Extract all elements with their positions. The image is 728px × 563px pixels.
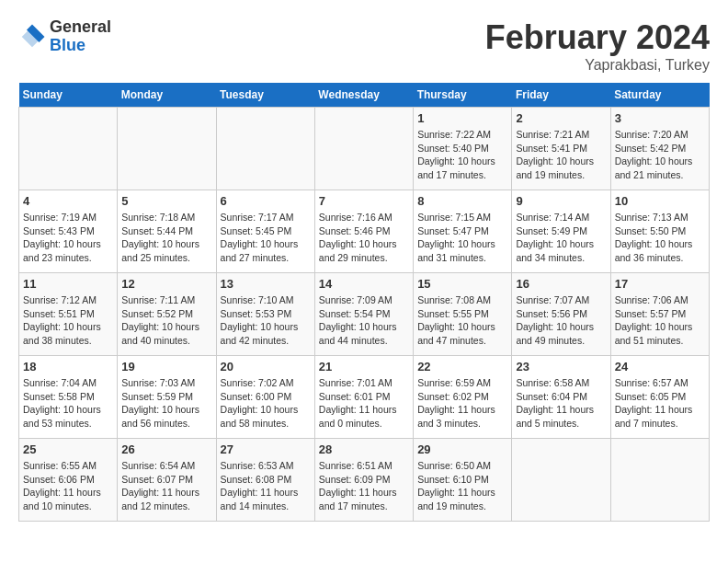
calendar-cell: 20Sunrise: 7:02 AMSunset: 6:00 PMDayligh… (216, 356, 314, 439)
header-day: Sunday (19, 83, 118, 108)
day-info: Sunrise: 7:07 AMSunset: 5:56 PMDaylight:… (516, 293, 606, 348)
day-number: 25 (23, 442, 113, 456)
day-number: 12 (121, 277, 211, 291)
main-title: February 2024 (485, 18, 710, 57)
calendar-cell: 1Sunrise: 7:22 AMSunset: 5:40 PMDaylight… (414, 108, 512, 190)
header-day: Friday (512, 83, 610, 108)
calendar-cell: 18Sunrise: 7:04 AMSunset: 5:58 PMDayligh… (19, 356, 118, 439)
day-number: 23 (516, 360, 606, 373)
calendar-cell: 2Sunrise: 7:21 AMSunset: 5:41 PMDaylight… (512, 108, 610, 190)
logo: General Blue (18, 18, 111, 55)
header-day: Tuesday (216, 83, 314, 108)
calendar-cell: 15Sunrise: 7:08 AMSunset: 5:55 PMDayligh… (414, 273, 512, 356)
day-number: 2 (516, 111, 606, 125)
calendar-cell: 13Sunrise: 7:10 AMSunset: 5:53 PMDayligh… (216, 273, 314, 356)
day-info: Sunrise: 7:13 AMSunset: 5:50 PMDaylight:… (615, 211, 705, 265)
day-number: 8 (417, 194, 507, 208)
calendar-cell: 7Sunrise: 7:16 AMSunset: 5:46 PMDaylight… (314, 190, 413, 273)
day-info: Sunrise: 7:11 AMSunset: 5:52 PMDaylight:… (121, 293, 211, 348)
day-number: 16 (516, 277, 606, 291)
calendar-cell: 19Sunrise: 7:03 AMSunset: 5:59 PMDayligh… (118, 356, 216, 439)
logo-general: General (50, 18, 111, 37)
calendar-cell: 22Sunrise: 6:59 AMSunset: 6:02 PMDayligh… (414, 356, 512, 439)
calendar-week-row: 25Sunrise: 6:55 AMSunset: 6:06 PMDayligh… (19, 439, 710, 522)
day-info: Sunrise: 6:58 AMSunset: 6:04 PMDaylight:… (516, 376, 606, 431)
day-info: Sunrise: 7:10 AMSunset: 5:53 PMDaylight:… (221, 293, 311, 348)
day-info: Sunrise: 7:14 AMSunset: 5:49 PMDaylight:… (516, 211, 606, 265)
day-info: Sunrise: 7:04 AMSunset: 5:58 PMDaylight:… (23, 376, 113, 431)
calendar-cell: 9Sunrise: 7:14 AMSunset: 5:49 PMDaylight… (512, 190, 610, 273)
day-number: 26 (121, 442, 211, 456)
day-info: Sunrise: 6:59 AMSunset: 6:02 PMDaylight:… (417, 376, 507, 431)
calendar-cell: 24Sunrise: 6:57 AMSunset: 6:05 PMDayligh… (610, 356, 709, 439)
calendar-cell (512, 439, 610, 522)
day-info: Sunrise: 7:02 AMSunset: 6:00 PMDaylight:… (221, 376, 311, 431)
day-info: Sunrise: 7:03 AMSunset: 5:59 PMDaylight:… (121, 376, 211, 431)
calendar-cell: 23Sunrise: 6:58 AMSunset: 6:04 PMDayligh… (512, 356, 610, 439)
day-info: Sunrise: 7:06 AMSunset: 5:57 PMDaylight:… (615, 293, 705, 348)
day-info: Sunrise: 7:20 AMSunset: 5:42 PMDaylight:… (615, 128, 705, 182)
day-number: 20 (221, 360, 311, 373)
day-info: Sunrise: 6:51 AMSunset: 6:09 PMDaylight:… (319, 459, 409, 513)
calendar-cell: 25Sunrise: 6:55 AMSunset: 6:06 PMDayligh… (19, 439, 118, 522)
calendar-week-row: 18Sunrise: 7:04 AMSunset: 5:58 PMDayligh… (19, 356, 710, 439)
day-info: Sunrise: 7:21 AMSunset: 5:41 PMDaylight:… (516, 128, 606, 182)
calendar-cell (314, 108, 413, 190)
day-number: 10 (615, 194, 705, 208)
calendar-cell: 27Sunrise: 6:53 AMSunset: 6:08 PMDayligh… (216, 439, 314, 522)
calendar-cell: 8Sunrise: 7:15 AMSunset: 5:47 PMDaylight… (414, 190, 512, 273)
calendar-cell: 17Sunrise: 7:06 AMSunset: 5:57 PMDayligh… (610, 273, 709, 356)
day-info: Sunrise: 7:08 AMSunset: 5:55 PMDaylight:… (417, 293, 507, 348)
calendar-week-row: 4Sunrise: 7:19 AMSunset: 5:43 PMDaylight… (19, 190, 710, 273)
title-block: February 2024 Yaprakbasi, Turkey (485, 18, 710, 74)
subtitle: Yaprakbasi, Turkey (485, 57, 710, 74)
day-info: Sunrise: 6:53 AMSunset: 6:08 PMDaylight:… (221, 459, 311, 513)
logo-blue: Blue (50, 37, 111, 55)
calendar-cell: 5Sunrise: 7:18 AMSunset: 5:44 PMDaylight… (118, 190, 216, 273)
calendar-cell: 3Sunrise: 7:20 AMSunset: 5:42 PMDaylight… (610, 108, 709, 190)
logo-icon (18, 23, 46, 51)
day-number: 4 (23, 194, 113, 208)
day-number: 17 (615, 277, 705, 291)
day-info: Sunrise: 7:18 AMSunset: 5:44 PMDaylight:… (121, 211, 211, 265)
calendar-week-row: 11Sunrise: 7:12 AMSunset: 5:51 PMDayligh… (19, 273, 710, 356)
page-header: General Blue February 2024 Yaprakbasi, T… (18, 18, 710, 74)
day-number: 14 (319, 277, 409, 291)
calendar-cell: 21Sunrise: 7:01 AMSunset: 6:01 PMDayligh… (314, 356, 413, 439)
day-info: Sunrise: 7:01 AMSunset: 6:01 PMDaylight:… (319, 376, 409, 431)
day-number: 27 (221, 442, 311, 456)
calendar-cell: 29Sunrise: 6:50 AMSunset: 6:10 PMDayligh… (414, 439, 512, 522)
day-info: Sunrise: 6:55 AMSunset: 6:06 PMDaylight:… (23, 459, 113, 513)
day-info: Sunrise: 7:22 AMSunset: 5:40 PMDaylight:… (417, 128, 507, 182)
header-day: Saturday (610, 83, 709, 108)
day-number: 9 (516, 194, 606, 208)
calendar-cell: 10Sunrise: 7:13 AMSunset: 5:50 PMDayligh… (610, 190, 709, 273)
day-number: 15 (417, 277, 507, 291)
calendar-cell (118, 108, 216, 190)
day-info: Sunrise: 7:19 AMSunset: 5:43 PMDaylight:… (23, 211, 113, 265)
day-number: 19 (121, 360, 211, 373)
day-number: 29 (417, 442, 507, 456)
calendar-cell: 11Sunrise: 7:12 AMSunset: 5:51 PMDayligh… (19, 273, 118, 356)
day-info: Sunrise: 7:15 AMSunset: 5:47 PMDaylight:… (417, 211, 507, 265)
day-number: 24 (615, 360, 705, 373)
day-info: Sunrise: 6:50 AMSunset: 6:10 PMDaylight:… (417, 459, 507, 513)
day-number: 22 (417, 360, 507, 373)
calendar-cell: 26Sunrise: 6:54 AMSunset: 6:07 PMDayligh… (118, 439, 216, 522)
day-info: Sunrise: 6:57 AMSunset: 6:05 PMDaylight:… (615, 376, 705, 431)
day-number: 5 (121, 194, 211, 208)
logo-text: General Blue (50, 18, 111, 55)
day-number: 28 (319, 442, 409, 456)
day-number: 6 (221, 194, 311, 208)
calendar-cell: 12Sunrise: 7:11 AMSunset: 5:52 PMDayligh… (118, 273, 216, 356)
calendar-cell (610, 439, 709, 522)
day-number: 11 (23, 277, 113, 291)
calendar-table: SundayMondayTuesdayWednesdayThursdayFrid… (18, 83, 710, 522)
day-number: 1 (417, 111, 507, 125)
day-number: 18 (23, 360, 113, 373)
day-number: 3 (615, 111, 705, 125)
day-info: Sunrise: 7:17 AMSunset: 5:45 PMDaylight:… (221, 211, 311, 265)
day-number: 21 (319, 360, 409, 373)
day-number: 7 (319, 194, 409, 208)
header-row: SundayMondayTuesdayWednesdayThursdayFrid… (19, 83, 710, 108)
